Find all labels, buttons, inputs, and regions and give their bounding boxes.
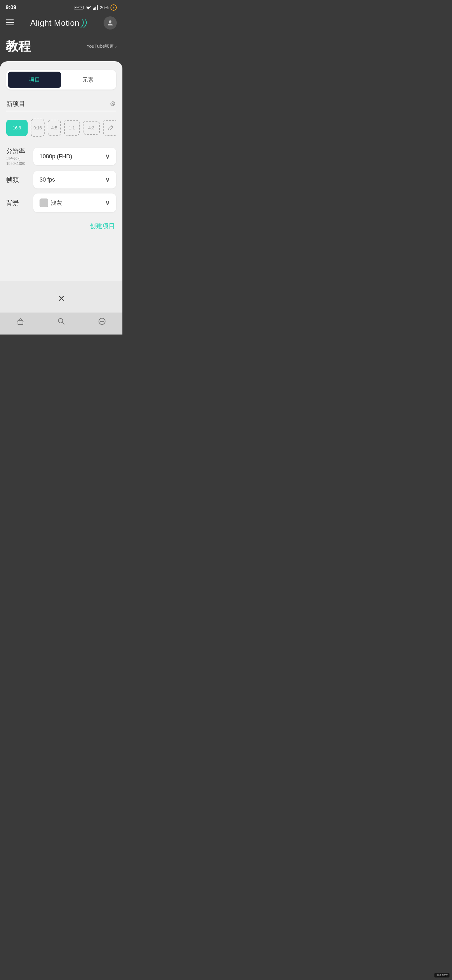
close-icon: ✕	[58, 293, 65, 304]
app-wave-icon: ))	[81, 18, 87, 28]
resolution-label: 分辨率 组合尺寸 1920×1080	[6, 147, 28, 166]
svg-rect-8	[6, 24, 14, 25]
signal-icon	[93, 5, 98, 10]
framerate-label: 帧频	[6, 176, 28, 184]
home-icon	[17, 318, 24, 325]
youtube-chevron-icon: ›	[115, 44, 117, 49]
ratio-4-5-button[interactable]: 4:5	[48, 120, 61, 136]
background-row: 背景 浅灰 ∨	[6, 194, 116, 212]
tutorial-title: 教程	[6, 38, 31, 55]
svg-line-10	[111, 126, 113, 127]
svg-point-12	[59, 318, 63, 323]
background-color-swatch	[40, 199, 48, 207]
app-title-text: Alight Motion	[30, 18, 79, 28]
ratio-9-16-button[interactable]: 9:16	[31, 119, 44, 137]
settings-section: 分辨率 组合尺寸 1920×1080 1080p (FHD) ∨ 帧频 30 f…	[6, 147, 116, 212]
app-title: Alight Motion ))	[30, 18, 87, 28]
close-button[interactable]: ✕	[53, 291, 69, 306]
svg-rect-2	[93, 8, 94, 10]
framerate-value: 30 fps	[40, 177, 55, 183]
tutorial-header: 教程 YouTube频道 ›	[0, 35, 122, 61]
resolution-value: 1080p (FHD)	[40, 153, 72, 160]
wifi-icon	[86, 5, 91, 10]
tab-elements[interactable]: 元素	[61, 72, 114, 88]
bottom-nav	[0, 313, 122, 334]
framerate-row: 帧频 30 fps ∨	[6, 171, 116, 188]
svg-rect-3	[94, 8, 95, 10]
background-label-main: 背景	[6, 199, 28, 207]
menu-button[interactable]	[6, 19, 14, 27]
project-name-input-wrapper: ⊗	[6, 99, 116, 111]
background-value: 浅灰	[51, 199, 62, 207]
close-section: ✕	[0, 281, 122, 313]
framerate-dropdown[interactable]: 30 fps ∨	[33, 171, 116, 188]
resolution-label-main: 分辨率	[6, 147, 28, 156]
framerate-chevron-icon: ∨	[105, 176, 110, 183]
aspect-ratio-row: 16:9 9:16 4:5 1:1 4:3	[6, 119, 116, 138]
bottom-nav-add[interactable]	[98, 318, 106, 325]
svg-rect-6	[6, 19, 14, 21]
top-nav: Alight Motion ))	[0, 14, 122, 35]
ratio-16-9-button[interactable]: 16:9	[6, 120, 28, 136]
framerate-label-main: 帧频	[6, 176, 28, 184]
add-icon	[98, 318, 106, 325]
resolution-row: 分辨率 组合尺寸 1920×1080 1080p (FHD) ∨	[6, 147, 116, 166]
ratio-custom-button[interactable]	[103, 120, 116, 136]
svg-rect-7	[6, 22, 14, 23]
profile-icon	[106, 19, 114, 27]
resolution-dropdown[interactable]: 1080p (FHD) ∨	[33, 148, 116, 165]
status-right: VoLTE 26%	[74, 5, 117, 11]
ratio-4-3-button[interactable]: 4:3	[83, 121, 100, 135]
svg-point-9	[109, 21, 111, 23]
youtube-link-text: YouTube频道	[86, 43, 114, 49]
svg-rect-11	[18, 321, 23, 325]
youtube-link[interactable]: YouTube频道 ›	[86, 43, 117, 49]
battery-percentage: 26%	[100, 5, 109, 10]
status-bar: 9:09 VoLTE 26%	[0, 0, 122, 14]
bottom-nav-home[interactable]	[17, 318, 24, 325]
profile-button[interactable]	[103, 16, 117, 30]
create-section: 创建项目	[6, 222, 116, 230]
main-content: 项目 元素 ⊗ 16:9 9:16 4:5 1:1 4:3	[0, 61, 122, 281]
resolution-chevron-icon: ∨	[105, 153, 110, 160]
create-project-button[interactable]: 创建项目	[90, 222, 115, 230]
resolution-sublabel: 组合尺寸	[6, 156, 28, 161]
background-chevron-icon: ∨	[105, 199, 110, 207]
svg-rect-5	[97, 5, 98, 10]
resolution-dimension: 1920×1080	[6, 161, 28, 166]
background-label: 背景	[6, 199, 28, 207]
tab-project[interactable]: 项目	[8, 72, 61, 88]
background-inner: 浅灰	[40, 199, 62, 207]
volte-icon: VoLTE	[74, 6, 84, 10]
background-dropdown[interactable]: 浅灰 ∨	[33, 194, 116, 212]
tab-container: 项目 元素	[6, 70, 116, 89]
search-icon	[57, 318, 65, 325]
battery-icon	[111, 5, 117, 11]
svg-line-13	[62, 322, 64, 325]
new-project-section: ⊗ 16:9 9:16 4:5 1:1 4:3	[6, 99, 116, 138]
edit-icon	[108, 125, 114, 130]
svg-rect-4	[95, 6, 96, 10]
bottom-nav-search[interactable]	[57, 318, 65, 325]
ratio-1-1-button[interactable]: 1:1	[64, 120, 80, 136]
clear-input-button[interactable]: ⊗	[109, 99, 116, 108]
status-time: 9:09	[6, 5, 16, 11]
project-name-input[interactable]	[6, 100, 109, 107]
